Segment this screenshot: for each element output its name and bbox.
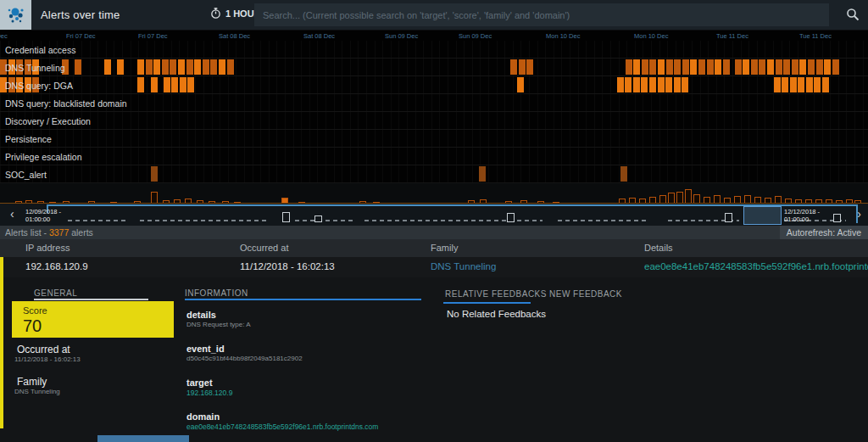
alert-cell[interactable] xyxy=(187,77,194,92)
alert-cell[interactable] xyxy=(137,59,144,75)
alert-cell[interactable] xyxy=(682,59,689,75)
alert-cell[interactable] xyxy=(203,59,209,75)
alert-cell[interactable] xyxy=(808,59,815,75)
alert-cell[interactable] xyxy=(633,77,640,92)
alert-cell[interactable] xyxy=(642,59,648,75)
alert-cell[interactable] xyxy=(751,59,758,75)
alert-cell[interactable] xyxy=(798,77,804,92)
histogram-bar xyxy=(134,201,141,203)
histogram-bar xyxy=(785,199,792,203)
interval-selector[interactable]: 1 HOUR xyxy=(210,8,261,19)
histogram-bar xyxy=(685,189,692,203)
alert-cell[interactable] xyxy=(170,59,176,75)
alert-cell[interactable] xyxy=(227,59,234,75)
alert-cell[interactable] xyxy=(75,59,81,75)
alert-cell[interactable] xyxy=(783,59,790,75)
brush-selection[interactable] xyxy=(743,206,782,225)
alert-cell[interactable] xyxy=(649,59,656,75)
search-icon[interactable] xyxy=(844,7,861,24)
alert-cell[interactable] xyxy=(799,59,806,75)
col-details[interactable]: Details xyxy=(644,243,673,253)
alert-cell[interactable] xyxy=(790,77,797,92)
alert-cell[interactable] xyxy=(682,77,688,92)
alert-cell[interactable] xyxy=(194,59,201,75)
brush-left-arrow[interactable]: ‹ xyxy=(10,207,14,221)
col-ip-address[interactable]: IP address xyxy=(25,243,70,253)
alert-cell[interactable] xyxy=(479,166,486,182)
alert-cell[interactable] xyxy=(824,59,831,75)
alert-cell[interactable] xyxy=(782,77,788,92)
alert-cell[interactable] xyxy=(832,59,839,75)
alert-cell[interactable] xyxy=(665,77,672,92)
alert-cell[interactable] xyxy=(620,166,627,182)
alerts-list-bar: Alerts list - 3377 alerts Autorefresh: A… xyxy=(0,226,868,239)
alert-cell[interactable] xyxy=(151,166,158,182)
alert-cell[interactable] xyxy=(822,77,829,92)
histogram-bar xyxy=(110,202,117,203)
alert-cell[interactable] xyxy=(767,59,774,75)
alert-cell[interactable] xyxy=(146,59,153,75)
alert-cell[interactable] xyxy=(162,59,169,75)
row-details-link[interactable]: eae0e8e41eb748248583fb5e592f96e1.nrb.foo… xyxy=(644,261,868,271)
alert-cell[interactable] xyxy=(792,59,798,75)
info-field-value[interactable]: 192.168.120.9 xyxy=(186,389,232,397)
col-occurred-at[interactable]: Occurred at xyxy=(240,243,288,253)
brush-peak-box xyxy=(833,214,841,222)
col-family[interactable]: Family xyxy=(431,243,458,253)
alert-cell[interactable] xyxy=(658,59,665,75)
alert-cell[interactable] xyxy=(674,59,681,75)
alert-cell[interactable] xyxy=(633,59,640,75)
alert-cell[interactable] xyxy=(743,59,749,75)
alert-cell[interactable] xyxy=(625,77,632,92)
alert-cell[interactable] xyxy=(186,59,193,75)
alert-cell[interactable] xyxy=(641,77,648,92)
alert-cell[interactable] xyxy=(649,77,656,92)
info-field-value[interactable]: eae0e8e41eb748248583fb5e592f96e1.nrb.foo… xyxy=(186,422,378,431)
alert-cell[interactable] xyxy=(690,59,697,75)
alert-cell[interactable] xyxy=(774,77,781,92)
alert-cell[interactable] xyxy=(171,77,178,92)
alert-cell[interactable] xyxy=(626,59,632,75)
alert-cell[interactable] xyxy=(759,59,765,75)
alert-cell[interactable] xyxy=(519,59,526,75)
horizontal-scrollbar-thumb[interactable] xyxy=(97,435,189,442)
alert-cell[interactable] xyxy=(104,59,111,75)
row-family-link[interactable]: DNS Tunneling xyxy=(431,261,496,271)
autorefresh-toggle[interactable]: Autorefresh: Active xyxy=(780,226,868,239)
alert-cell[interactable] xyxy=(806,77,813,92)
alert-cell[interactable] xyxy=(164,77,170,92)
alert-cell[interactable] xyxy=(816,59,823,75)
alert-cell[interactable] xyxy=(776,59,782,75)
alert-cell[interactable] xyxy=(698,59,705,75)
alert-cell[interactable] xyxy=(707,59,714,75)
alert-cell[interactable] xyxy=(510,59,517,75)
alert-cell[interactable] xyxy=(735,59,742,75)
alert-cell[interactable] xyxy=(219,59,225,75)
brush-mini-bars xyxy=(558,220,646,221)
alert-cell[interactable] xyxy=(137,77,144,92)
alert-cell[interactable] xyxy=(178,59,185,75)
alert-cell[interactable] xyxy=(666,59,673,75)
alert-cell[interactable] xyxy=(517,77,524,92)
splatter-logo-icon xyxy=(5,4,27,26)
tab-new-feedback[interactable]: NEW FEEDBACK xyxy=(549,289,622,299)
alert-cell[interactable] xyxy=(658,77,665,92)
alert-table-row[interactable]: 192.168.120.9 11/12/2018 - 16:02:13 DNS … xyxy=(0,257,868,277)
tab-relative-feedbacks[interactable]: RELATIVE FEEDBACKS xyxy=(445,289,547,299)
alert-cell[interactable] xyxy=(617,77,624,92)
alert-cell[interactable] xyxy=(674,77,681,92)
alert-cell[interactable] xyxy=(723,59,730,75)
alert-cell[interactable] xyxy=(117,59,124,75)
app-logo[interactable] xyxy=(0,0,31,30)
alert-cell[interactable] xyxy=(180,77,186,92)
alert-cell[interactable] xyxy=(715,59,721,75)
brush-right-arrow[interactable]: › xyxy=(857,207,861,221)
alert-cell[interactable] xyxy=(814,77,821,92)
histogram-bar xyxy=(734,196,741,203)
search-input[interactable] xyxy=(254,3,829,26)
alert-cell[interactable] xyxy=(151,77,158,92)
family-value: DNS Tunneling xyxy=(14,388,60,395)
alert-cell[interactable] xyxy=(526,59,533,75)
alert-cell[interactable] xyxy=(153,59,160,75)
alert-cell[interactable] xyxy=(210,59,217,75)
